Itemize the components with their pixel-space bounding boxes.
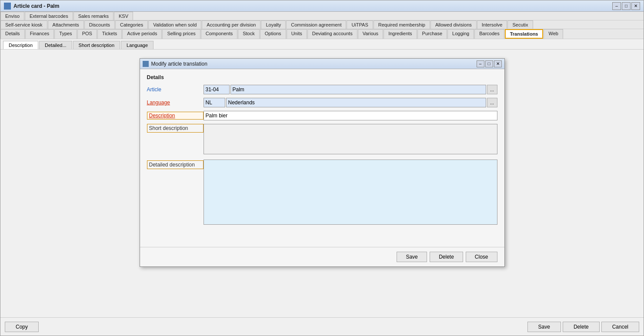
tab-intersolve[interactable]: Intersolve xyxy=(477,20,507,29)
detailed-description-label: Detailed description xyxy=(147,160,204,169)
tab-stock[interactable]: Stock xyxy=(238,29,260,39)
tab-types[interactable]: Types xyxy=(54,29,77,39)
language-name-input[interactable] xyxy=(226,98,486,107)
tab-tickets[interactable]: Tickets xyxy=(97,29,122,39)
short-description-row: Short description xyxy=(147,124,497,154)
tab-allowed-divisions[interactable]: Allowed divisions xyxy=(430,20,477,29)
close-button[interactable]: ✕ xyxy=(631,2,640,10)
tab-self-service-kiosk[interactable]: Self-service kiosk xyxy=(0,20,47,29)
description-input-group xyxy=(204,111,497,120)
tab-finances[interactable]: Finances xyxy=(25,29,54,39)
tab-various[interactable]: Various xyxy=(358,29,383,39)
cancel-button[interactable]: Cancel xyxy=(601,322,639,332)
bottom-left-buttons: Copy xyxy=(5,322,39,332)
tab-ksv[interactable]: KSV xyxy=(114,12,133,20)
save-button[interactable]: Save xyxy=(527,322,561,332)
restore-button[interactable]: □ xyxy=(622,2,631,10)
dialog-controls: – □ ✕ xyxy=(477,60,502,67)
tab-pos[interactable]: POS xyxy=(77,29,97,39)
description-input[interactable] xyxy=(204,111,497,120)
tab-units[interactable]: Units xyxy=(287,29,307,39)
sub-tabs: Description Detailed... Short descriptio… xyxy=(0,39,644,50)
tab-discounts[interactable]: Discounts xyxy=(84,20,115,29)
tab-components[interactable]: Components xyxy=(201,29,237,39)
tab-attachments[interactable]: Attachments xyxy=(48,20,84,29)
window-controls: – □ ✕ xyxy=(612,2,640,10)
dialog-title-bar: Modify article translation – □ ✕ xyxy=(140,59,504,69)
tab-ingredients[interactable]: Ingredients xyxy=(384,29,417,39)
tab-barcodes[interactable]: Barcodes xyxy=(474,29,504,39)
sub-tab-short-description[interactable]: Short description xyxy=(73,41,120,49)
language-code-input[interactable] xyxy=(204,98,225,107)
tab-sales-remarks[interactable]: Sales remarks xyxy=(73,12,113,20)
main-content: Modify article translation – □ ✕ Details… xyxy=(0,50,644,317)
article-input-group: ... xyxy=(204,85,497,94)
tab-commission-agreement[interactable]: Commission agreement xyxy=(286,20,346,29)
modify-article-dialog: Modify article translation – □ ✕ Details… xyxy=(140,58,505,267)
section-details-label: Details xyxy=(147,74,497,80)
tab-options[interactable]: Options xyxy=(260,29,286,39)
dialog-close-button[interactable]: Close xyxy=(466,252,497,262)
article-label: Article xyxy=(147,86,204,93)
description-row: Description xyxy=(147,111,497,120)
dialog-overlay: Modify article translation – □ ✕ Details… xyxy=(0,50,644,317)
detailed-description-textarea[interactable] xyxy=(204,160,497,225)
dialog-icon xyxy=(143,61,149,67)
tab-active-periods[interactable]: Active periods xyxy=(122,29,162,39)
tabs-row-2: Self-service kiosk Attachments Discounts… xyxy=(0,20,644,29)
dialog-body: Details Article ... Language xyxy=(140,69,504,247)
app-icon xyxy=(4,3,11,10)
main-window: Article card - Palm – □ ✕ Enviso Externa… xyxy=(0,0,644,336)
tab-secutix[interactable]: Secutix xyxy=(507,20,533,29)
tab-validation-when-sold[interactable]: Validation when sold xyxy=(148,20,201,29)
tab-enviso[interactable]: Enviso xyxy=(0,12,24,20)
bottom-right-buttons: Save Delete Cancel xyxy=(527,322,639,332)
dialog-restore-button[interactable]: □ xyxy=(485,60,493,67)
tab-logging[interactable]: Logging xyxy=(447,29,474,39)
description-label[interactable]: Description xyxy=(147,112,204,120)
article-name-input[interactable] xyxy=(230,85,486,94)
article-code-input[interactable] xyxy=(204,85,230,94)
tab-translations[interactable]: Translations xyxy=(505,29,544,39)
tab-loyalty[interactable]: Loyalty xyxy=(261,20,286,29)
tab-external-barcodes[interactable]: External barcodes xyxy=(25,12,73,20)
tab-deviating-accounts[interactable]: Deviating accounts xyxy=(307,29,357,39)
tab-accounting-per-division[interactable]: Accounting per division xyxy=(202,20,260,29)
sub-tab-language[interactable]: Language xyxy=(121,41,153,49)
tab-categories[interactable]: Categories xyxy=(115,20,148,29)
language-label[interactable]: Language xyxy=(147,100,204,106)
tabs-row-3: Details Finances Types POS Tickets Activ… xyxy=(0,29,644,39)
dialog-title: Modify article translation xyxy=(151,61,477,67)
tab-uitpas[interactable]: UiTPAS xyxy=(347,20,373,29)
tab-selling-prices[interactable]: Selling prices xyxy=(162,29,200,39)
minimize-button[interactable]: – xyxy=(612,2,621,10)
tabs-row-1: Enviso External barcodes Sales remarks K… xyxy=(0,12,644,20)
title-bar: Article card - Palm – □ ✕ xyxy=(0,0,644,12)
short-description-label: Short description xyxy=(147,124,204,133)
article-row: Article ... xyxy=(147,85,497,94)
article-browse-button[interactable]: ... xyxy=(487,85,497,94)
language-row: Language ... xyxy=(147,98,497,107)
sub-tab-detailed[interactable]: Detailed... xyxy=(39,41,72,49)
bottom-bar: Copy Save Delete Cancel xyxy=(0,317,644,336)
copy-button[interactable]: Copy xyxy=(5,322,39,332)
language-input-group: ... xyxy=(204,98,497,107)
short-description-textarea[interactable] xyxy=(204,124,497,154)
dialog-minimize-button[interactable]: – xyxy=(477,60,484,67)
tab-required-membership[interactable]: Required membership xyxy=(374,20,430,29)
tab-row-1: Enviso External barcodes Sales remarks K… xyxy=(0,12,644,39)
sub-tab-description[interactable]: Description xyxy=(3,41,38,49)
window-title: Article card - Palm xyxy=(13,3,612,9)
tab-web[interactable]: Web xyxy=(544,29,563,39)
detailed-description-row: Detailed description xyxy=(147,160,497,225)
dialog-footer: Save Delete Close xyxy=(140,247,504,266)
dialog-close-button[interactable]: ✕ xyxy=(494,60,502,67)
dialog-save-button[interactable]: Save xyxy=(397,252,427,262)
tab-purchase[interactable]: Purchase xyxy=(417,29,447,39)
tab-details[interactable]: Details xyxy=(0,29,25,39)
language-browse-button[interactable]: ... xyxy=(487,98,497,107)
delete-button[interactable]: Delete xyxy=(563,322,600,332)
dialog-delete-button[interactable]: Delete xyxy=(430,252,463,262)
